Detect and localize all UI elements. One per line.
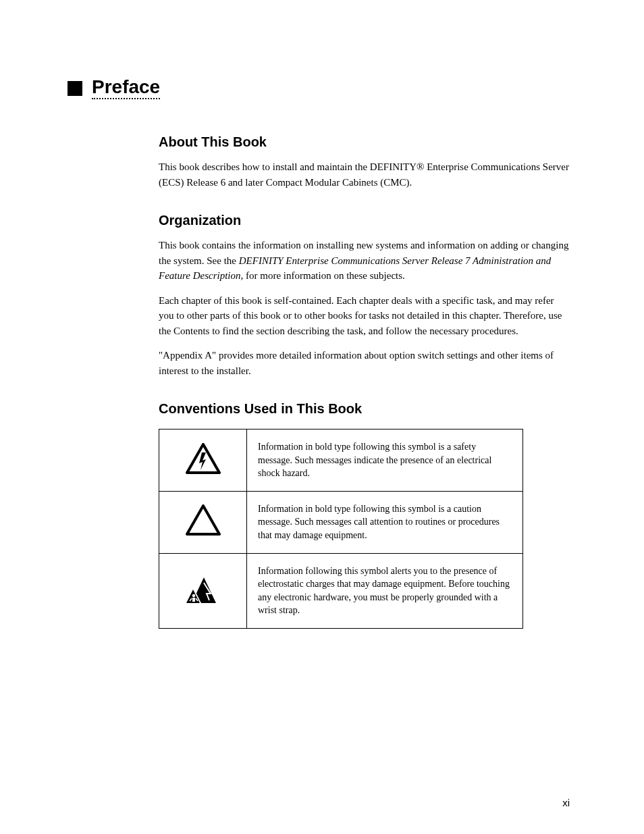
- icon-cell-caution: [159, 491, 247, 553]
- about-paragraph: This book describes how to install and m…: [159, 159, 570, 190]
- org-paragraph-2: Each chapter of this book is self-contai…: [159, 293, 570, 339]
- page-number: xi: [562, 797, 570, 808]
- org-p2-link: Contents: [173, 325, 209, 336]
- header-row: Preface: [68, 78, 570, 99]
- about-body: This book describes how to install and m…: [159, 159, 570, 190]
- text-cell-caution: Information in bold type following this …: [247, 491, 523, 553]
- conventions-table: Information in bold type following this …: [159, 429, 523, 629]
- heading-conventions: Conventions Used in This Book: [159, 401, 570, 417]
- esd-icon: [184, 573, 223, 608]
- org-p1-post: for more information on these subjects.: [246, 270, 405, 281]
- svg-marker-1: [187, 506, 219, 534]
- page-title: Preface: [92, 78, 160, 99]
- heading-organization: Organization: [159, 213, 570, 228]
- table-row: Information in bold type following this …: [159, 429, 523, 492]
- org-paragraph-3: "Appendix A" provides more detailed info…: [159, 348, 570, 378]
- section-conventions: Conventions Used in This Book Informatio…: [159, 401, 570, 629]
- header-bullet-square: [68, 81, 82, 96]
- icon-cell-shock: [159, 429, 247, 492]
- text-cell-shock: Information in bold type following this …: [247, 429, 523, 492]
- svg-point-5: [192, 594, 195, 598]
- section-organization: Organization This book contains the info…: [159, 213, 570, 378]
- table-row: Information following this symbol alerts…: [159, 553, 523, 628]
- organization-body: This book contains the information on in…: [159, 238, 570, 378]
- org-paragraph-1: This book contains the information on in…: [159, 238, 570, 284]
- table-row: Information in bold type following this …: [159, 491, 523, 553]
- org-p2-post: to find the section describing the task,…: [209, 325, 518, 336]
- icon-cell-esd: [159, 553, 247, 628]
- section-about: About This Book This book describes how …: [159, 134, 570, 190]
- electrical-shock-icon: [186, 443, 221, 478]
- heading-about: About This Book: [159, 134, 570, 150]
- text-cell-esd: Information following this symbol alerts…: [247, 553, 523, 628]
- caution-triangle-icon: [186, 504, 221, 540]
